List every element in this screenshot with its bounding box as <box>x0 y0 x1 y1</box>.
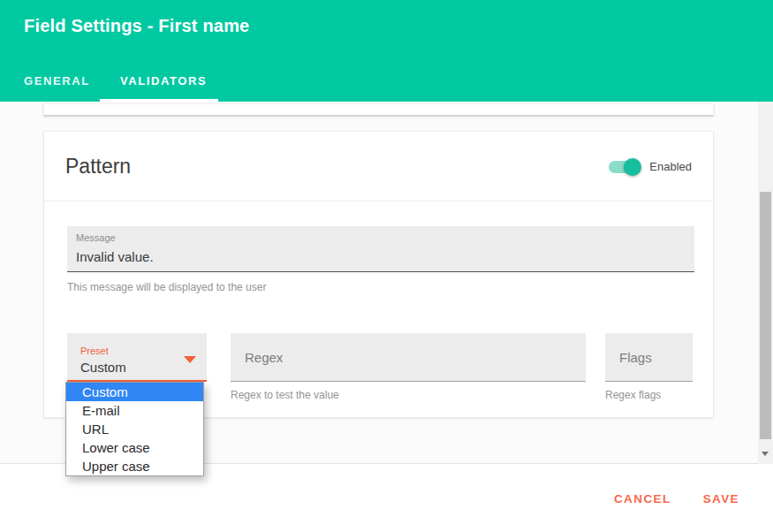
cancel-button[interactable]: CANCEL <box>614 492 671 505</box>
previous-card-edge <box>43 103 714 116</box>
regex-helper-text: Regex to test the value <box>231 389 586 401</box>
preset-field-group: Preset Custom <box>67 333 207 382</box>
message-field-group: Message This message will be displayed t… <box>67 226 694 293</box>
flags-field-group: Regex flags <box>605 333 693 401</box>
preset-dropdown-menu: Custom E-mail URL Lower case Upper case <box>65 382 204 476</box>
message-input[interactable] <box>67 246 694 267</box>
dialog-scroll-area: Pattern Enabled Message This message wil… <box>0 102 773 464</box>
caret-down-icon <box>184 356 196 363</box>
field-settings-dialog: Field Settings - First name GENERAL VALI… <box>0 0 773 532</box>
dropdown-option-url[interactable]: URL <box>66 420 203 438</box>
pattern-section-title: Pattern <box>65 132 131 201</box>
dialog-header: Field Settings - First name GENERAL VALI… <box>0 0 773 102</box>
preset-field-label: Preset <box>80 346 109 356</box>
pattern-enabled-toggle[interactable] <box>609 161 639 173</box>
regex-input[interactable] <box>231 333 586 382</box>
scrollbar-down-button[interactable] <box>758 445 773 464</box>
pattern-enabled-label: Enabled <box>649 160 692 173</box>
scroll-down-arrow-icon <box>762 452 769 456</box>
dropdown-option-custom[interactable]: Custom <box>66 383 203 401</box>
pattern-card-header: Pattern Enabled <box>44 132 713 201</box>
tab-general[interactable]: GENERAL <box>24 74 90 87</box>
message-field[interactable]: Message <box>67 226 694 272</box>
flags-input[interactable] <box>605 333 693 382</box>
dropdown-option-email[interactable]: E-mail <box>66 401 203 420</box>
toggle-knob <box>624 158 641 176</box>
tab-validators[interactable]: VALIDATORS <box>120 74 207 87</box>
save-button[interactable]: SAVE <box>703 492 739 505</box>
dialog-title: Field Settings - First name <box>24 16 249 36</box>
scrollbar-thumb[interactable] <box>760 192 771 439</box>
pattern-toggle-group: Enabled <box>609 132 692 201</box>
flags-helper-text: Regex flags <box>605 389 693 401</box>
dropdown-option-upper-case[interactable]: Upper case <box>66 457 203 475</box>
message-helper-text: This message will be displayed to the us… <box>67 281 694 293</box>
regex-field-group: Regex to test the value <box>231 333 586 401</box>
pattern-validator-card: Pattern Enabled Message This message wil… <box>43 131 714 418</box>
dropdown-option-lower-case[interactable]: Lower case <box>66 438 203 457</box>
vertical-scrollbar[interactable] <box>758 102 773 464</box>
preset-select[interactable]: Preset Custom <box>67 333 207 382</box>
message-field-label: Message <box>76 232 116 243</box>
